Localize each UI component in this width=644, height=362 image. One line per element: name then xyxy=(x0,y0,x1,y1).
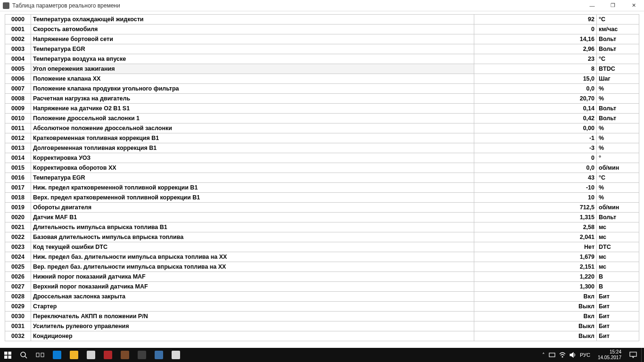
row-id: 0013 xyxy=(5,143,31,153)
table-row[interactable]: 0005Угол опережения зажигания8BTDC xyxy=(5,64,639,74)
taskbar-app-icon[interactable] xyxy=(49,348,66,362)
table-row[interactable]: 0003Температура EGR2,96Вольт xyxy=(5,44,639,54)
table-row[interactable]: 0006Положение клапана XX15,0Шаг xyxy=(5,74,639,84)
row-id: 0012 xyxy=(5,133,31,143)
row-unit: Бит xyxy=(597,312,639,321)
taskbar-app-icon[interactable] xyxy=(83,348,99,362)
table-row[interactable]: 0030Переключатель АКПП в положении P/NВк… xyxy=(5,312,639,321)
table-row[interactable]: 0024Ниж. предел баз. длительности импуль… xyxy=(5,252,639,262)
table-row[interactable]: 0018Верх. предел кратковременной топливн… xyxy=(5,193,639,203)
row-unit: Вольт xyxy=(597,34,639,44)
row-unit: °C xyxy=(597,54,639,64)
table-row[interactable]: 0002Напряжение бортовой сети14,16Вольт xyxy=(5,34,639,44)
table-row[interactable]: 0021Длительность импульса впрыска топлив… xyxy=(5,222,639,232)
table-row[interactable]: 0012Кратковременная топливная коррекция … xyxy=(5,133,639,143)
row-value: 43 xyxy=(474,173,597,183)
table-row[interactable]: 0004Температура воздуха на впуске23°C xyxy=(5,54,639,64)
row-id: 0025 xyxy=(5,262,31,272)
table-row[interactable]: 0029СтартерВыклБит xyxy=(5,302,639,312)
row-value: -1 xyxy=(474,133,597,143)
table-row[interactable]: 0027Верхний порог показаний датчика MAF1… xyxy=(5,282,639,292)
titlebar: Таблица параметров реального времени — ❐… xyxy=(0,0,644,11)
row-name: Корректировка оборотов XX xyxy=(31,163,474,173)
table-row[interactable]: 0028Дроссельная заслонка закрытаВклБит xyxy=(5,292,639,302)
tray-language[interactable]: РУС xyxy=(580,352,590,358)
svg-rect-7 xyxy=(41,353,44,357)
table-row[interactable]: 0031Усилитель рулевого управленияВыклБит xyxy=(5,321,639,331)
tray-network-icon[interactable] xyxy=(549,352,555,358)
taskbar-app-icon[interactable] xyxy=(66,348,83,362)
close-button[interactable]: ✕ xyxy=(623,0,644,11)
tray-chevron-icon[interactable]: ˄ xyxy=(542,352,545,358)
row-name: Переключатель АКПП в положении P/N xyxy=(31,312,474,321)
table-row[interactable]: 0015Корректировка оборотов XX0,0об/мин xyxy=(5,163,639,173)
table-row[interactable]: 0008Расчетная нагрузка на двигатель20,70… xyxy=(5,94,639,104)
table-row[interactable]: 0011Абсолютное положение дроссельной зас… xyxy=(5,123,639,133)
row-id: 0015 xyxy=(5,163,31,173)
row-name: Код текущей ошибки DTC xyxy=(31,242,474,252)
table-row[interactable]: 0009Напряжение на датчике O2 B1 S10,14Во… xyxy=(5,104,639,114)
row-unit: % xyxy=(597,183,639,193)
taskbar-time: 15:24 xyxy=(598,349,621,355)
row-value: Вкл xyxy=(474,292,597,302)
row-value: 92 xyxy=(474,15,597,25)
row-id: 0000 xyxy=(5,15,31,25)
table-row[interactable]: 0025Вер. предел баз. длительности импуль… xyxy=(5,262,639,272)
row-unit: мс xyxy=(597,232,639,242)
row-name: Нижний порог показаний датчика MAF xyxy=(31,272,474,282)
row-value: 1,300 xyxy=(474,282,597,292)
table-row[interactable]: 0000Температура охлаждающей жидкости92°C xyxy=(5,15,639,25)
row-id: 0018 xyxy=(5,193,31,203)
row-value: Выкл xyxy=(474,331,597,341)
table-row[interactable]: 0023Код текущей ошибки DTCНетDTC xyxy=(5,242,639,252)
table-row[interactable]: 0022Базовая длительность импульса впрыск… xyxy=(5,232,639,242)
row-unit: % xyxy=(597,133,639,143)
table-row[interactable]: 0014Корректировка УОЗ0° xyxy=(5,153,639,163)
row-unit: мс xyxy=(597,222,639,232)
table-row[interactable]: 0026Нижний порог показаний датчика MAF1,… xyxy=(5,272,639,282)
minimize-button[interactable]: — xyxy=(582,0,603,11)
taskbar-app-icon[interactable] xyxy=(99,348,116,362)
row-unit: DTC xyxy=(597,242,639,252)
taskbar-app-icon[interactable] xyxy=(167,348,184,362)
table-row[interactable]: 0010Положение дроссельной заслонки 10,42… xyxy=(5,114,639,123)
row-name: Стартер xyxy=(31,302,474,312)
show-desktop-button[interactable] xyxy=(641,348,644,362)
row-value: 0 xyxy=(474,153,597,163)
row-name: Напряжение на датчике O2 B1 S1 xyxy=(31,104,474,114)
content-area[interactable]: 0000Температура охлаждающей жидкости92°C… xyxy=(0,11,644,348)
row-id: 0028 xyxy=(5,292,31,302)
taskbar-app-icon[interactable] xyxy=(116,348,133,362)
table-row[interactable]: 0007Положение клапана продувки угольного… xyxy=(5,84,639,94)
table-row[interactable]: 0017Ниж. предел кратковременной топливно… xyxy=(5,183,639,193)
table-row[interactable]: 0013Долговременная топливная коррекция B… xyxy=(5,143,639,153)
search-icon[interactable] xyxy=(16,348,32,362)
taskbar-app-icon[interactable] xyxy=(150,348,167,362)
row-unit: Вольт xyxy=(597,114,639,123)
table-row[interactable]: 0016Температура EGR43°C xyxy=(5,173,639,183)
start-button[interactable] xyxy=(0,348,16,362)
tray-volume-icon[interactable] xyxy=(570,352,576,358)
row-id: 0007 xyxy=(5,84,31,94)
action-center-icon[interactable] xyxy=(625,348,641,362)
svg-rect-3 xyxy=(8,355,11,359)
row-value: 15,0 xyxy=(474,74,597,84)
maximize-button[interactable]: ❐ xyxy=(603,0,623,11)
system-tray[interactable]: ˄ РУС xyxy=(538,352,594,358)
taskbar-app-icon[interactable] xyxy=(133,348,150,362)
row-id: 0006 xyxy=(5,74,31,84)
task-view-icon[interactable] xyxy=(32,348,49,362)
table-row[interactable]: 0020Датчик MAF B11,315Вольт xyxy=(5,213,639,222)
row-id: 0005 xyxy=(5,64,31,74)
table-row[interactable]: 0032КондиционерВыклБит xyxy=(5,331,639,341)
row-unit: В xyxy=(597,272,639,282)
table-row[interactable]: 0019Обороты двигателя712,5об/мин xyxy=(5,203,639,213)
row-name: Температура EGR xyxy=(31,173,474,183)
row-name: Скорость автомобиля xyxy=(31,25,474,34)
taskbar-clock[interactable]: 15:24 14.05.2017 xyxy=(594,349,625,361)
row-name: Датчик MAF B1 xyxy=(31,213,474,222)
row-value: 20,70 xyxy=(474,94,597,104)
tray-wifi-icon[interactable] xyxy=(559,352,566,358)
table-row[interactable]: 0001Скорость автомобиля0км/час xyxy=(5,25,639,34)
row-unit: Шаг xyxy=(597,74,639,84)
